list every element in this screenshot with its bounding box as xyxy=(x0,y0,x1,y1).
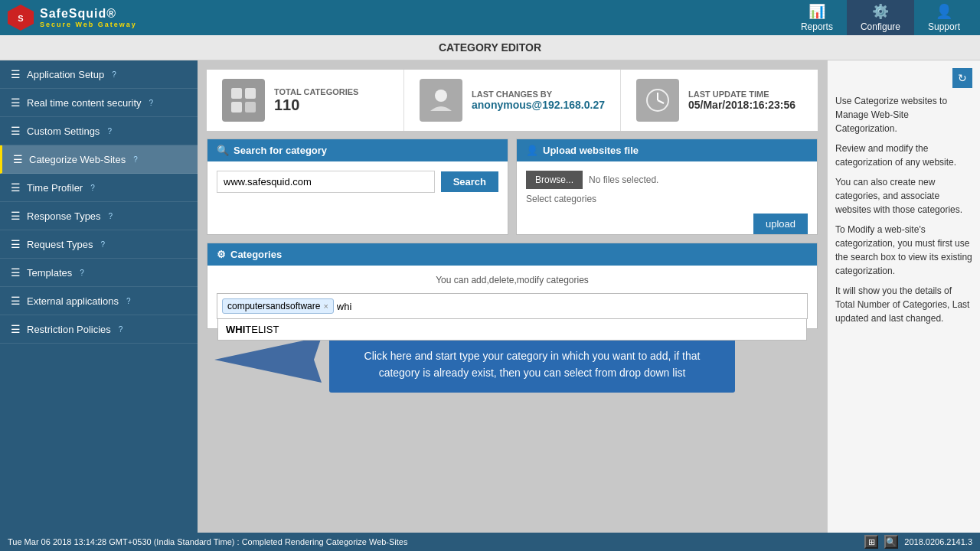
templates-icon: ☰ xyxy=(11,266,21,279)
status-bar: Tue Mar 06 2018 13:14:28 GMT+0530 (India… xyxy=(0,533,980,551)
sidebar-item-real-time[interactable]: ☰ Real time content security ? xyxy=(0,89,198,117)
sidebar-item-label: External applications xyxy=(27,295,119,307)
categories-help-text: You can add,delete,modify categories xyxy=(217,275,808,285)
configure-icon: ⚙️ xyxy=(872,3,889,20)
response-types-icon: ☰ xyxy=(11,210,21,222)
application-setup-icon: ☰ xyxy=(11,68,21,80)
restriction-icon: ☰ xyxy=(11,323,21,335)
upload-panel-body: Browse... No files selected. Select cate… xyxy=(517,161,817,218)
last-update-icon xyxy=(636,79,679,122)
help-icon-9: ? xyxy=(119,325,123,334)
stats-row: TOTAL CATEGORIES 110 LAST CHANGES BY ano… xyxy=(207,70,818,131)
search-input-row: Search xyxy=(217,171,498,193)
sidebar: ☰ Application Setup ? ☰ Real time conten… xyxy=(0,60,198,533)
sidebar-item-label: Categorize Web-Sites xyxy=(29,154,126,165)
last-update-text: LAST UPDATE TIME 05/Mar/2018:16:23:56 xyxy=(688,90,795,111)
search-input[interactable] xyxy=(217,171,435,193)
sidebar-item-label: Real time content security xyxy=(27,97,142,109)
categories-panel: ⚙ Categories You can add,delete,modify c… xyxy=(207,243,818,329)
svg-rect-5 xyxy=(245,102,256,112)
no-file-label: No files selected. xyxy=(589,174,658,185)
svg-text:S: S xyxy=(18,14,23,23)
status-left-text: Tue Mar 06 2018 13:14:28 GMT+0530 (India… xyxy=(8,537,407,546)
help-icon-1: ? xyxy=(149,99,154,107)
logo-sub: Secure Web Gateway xyxy=(40,21,137,28)
sidebar-item-external-applications[interactable]: ☰ External applications ? xyxy=(0,287,198,315)
dropdown-item-whitelist[interactable]: WHITELIST xyxy=(218,319,806,340)
search-header-icon: 🔍 xyxy=(217,145,229,156)
help-icon-4: ? xyxy=(90,184,95,192)
logo-text: SafeSquid® xyxy=(40,7,137,21)
sidebar-item-label: Request Types xyxy=(27,239,93,250)
main-layout: ☰ Application Setup ? ☰ Real time conten… xyxy=(0,60,980,533)
content-area: TOTAL CATEGORIES 110 LAST CHANGES BY ano… xyxy=(198,60,827,533)
support-icon: 👤 xyxy=(936,3,952,20)
help-icon-3: ? xyxy=(133,155,138,164)
configure-nav-button[interactable]: ⚙️ Configure xyxy=(847,0,914,35)
sidebar-item-time-profiler[interactable]: ☰ Time Profiler ? xyxy=(0,174,198,202)
sidebar-item-label: Custom Settings xyxy=(27,126,100,137)
status-right: ⊞ 🔍 2018.0206.2141.3 xyxy=(864,535,972,549)
last-changes-icon xyxy=(420,79,462,122)
status-icon-2[interactable]: 🔍 xyxy=(884,535,898,549)
svg-line-9 xyxy=(658,100,664,103)
svg-point-6 xyxy=(435,90,447,102)
right-panel-text-0: Use Categorize websites to Manage Web-Si… xyxy=(835,94,972,135)
categorize-icon: ☰ xyxy=(13,153,23,165)
top-nav: S SafeSquid® Secure Web Gateway 📊 Report… xyxy=(0,0,980,35)
help-icon-6: ? xyxy=(100,240,105,249)
help-icon-5: ? xyxy=(109,212,113,220)
page-title: CATEGORY EDITOR xyxy=(0,35,980,60)
browse-button[interactable]: Browse... xyxy=(526,171,583,189)
sidebar-item-response-types[interactable]: ☰ Response Types ? xyxy=(0,202,198,230)
svg-rect-3 xyxy=(245,88,256,99)
search-button[interactable]: Search xyxy=(441,171,498,192)
request-types-icon: ☰ xyxy=(11,238,21,250)
category-dropdown: WHITELIST xyxy=(217,318,807,341)
category-tag-computersandsoftware: computersandsoftware × xyxy=(222,298,334,314)
help-icon-7: ? xyxy=(80,269,84,277)
tag-remove-button[interactable]: × xyxy=(323,302,328,311)
sidebar-item-custom-settings[interactable]: ☰ Custom Settings ? xyxy=(0,117,198,145)
nav-right: 📊 Reports ⚙️ Configure 👤 Support xyxy=(787,0,974,35)
sidebar-item-application-setup[interactable]: ☰ Application Setup ? xyxy=(0,60,198,89)
sidebar-item-label: Templates xyxy=(27,267,72,279)
categories-icon: ⚙ xyxy=(217,249,226,260)
right-panel-text-3: To Modify a web-site's categorization, y… xyxy=(835,223,972,278)
sidebar-item-templates[interactable]: ☰ Templates ? xyxy=(0,259,198,287)
categories-input-row[interactable]: computersandsoftware × WHITELIST xyxy=(217,293,808,319)
upload-panel: 👤 Upload websites file Browse... No file… xyxy=(516,139,818,235)
configure-label: Configure xyxy=(861,21,900,32)
sidebar-item-label: Application Setup xyxy=(27,69,104,80)
upload-button[interactable]: upload xyxy=(753,214,808,234)
right-help-panel: ↻ Use Categorize websites to Manage Web-… xyxy=(827,60,980,533)
status-icon-1[interactable]: ⊞ xyxy=(864,535,878,549)
stat-total-categories: TOTAL CATEGORIES 110 xyxy=(207,70,404,131)
svg-marker-10 xyxy=(214,337,322,383)
upload-panel-header: 👤 Upload websites file xyxy=(517,139,817,161)
right-panel-text-1: Review and modify the categorization of … xyxy=(835,142,972,169)
categories-panel-header: ⚙ Categories xyxy=(207,243,817,266)
upload-header-icon: 👤 xyxy=(526,145,538,156)
search-upload-section: 🔍 Search for category Search xyxy=(207,139,818,235)
select-categories-label: Select categories xyxy=(526,194,808,204)
search-panel-header: 🔍 Search for category xyxy=(207,139,508,161)
right-panel-text-2: You can also create new categories, and … xyxy=(835,175,972,217)
support-nav-button[interactable]: 👤 Support xyxy=(914,0,974,35)
reports-nav-button[interactable]: 📊 Reports xyxy=(787,0,847,35)
stat-last-update: LAST UPDATE TIME 05/Mar/2018:16:23:56 xyxy=(621,70,818,131)
category-type-input[interactable] xyxy=(337,301,383,312)
support-label: Support xyxy=(928,21,960,32)
sidebar-item-categorize-websites[interactable]: ☰ Categorize Web-Sites ? xyxy=(0,145,198,174)
svg-rect-2 xyxy=(231,88,242,99)
time-profiler-icon: ☰ xyxy=(11,181,21,194)
categories-panel-body: You can add,delete,modify categories com… xyxy=(207,266,817,328)
sidebar-item-restriction-policies[interactable]: ☰ Restriction Policies ? xyxy=(0,315,198,344)
refresh-button[interactable]: ↻ xyxy=(952,68,972,88)
sidebar-item-label: Response Types xyxy=(27,210,101,222)
reports-icon: 📊 xyxy=(808,3,825,20)
logo: S SafeSquid® Secure Web Gateway xyxy=(6,3,137,32)
sidebar-item-request-types[interactable]: ☰ Request Types ? xyxy=(0,230,198,259)
svg-rect-4 xyxy=(231,102,242,112)
search-panel: 🔍 Search for category Search xyxy=(207,139,508,235)
